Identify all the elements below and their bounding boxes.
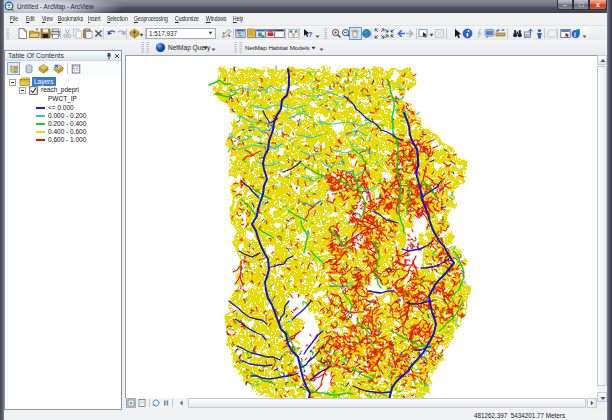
svg-text:?: ? [308, 30, 313, 39]
svg-text:i: i [574, 31, 576, 38]
svg-text:XY: XY [525, 33, 531, 38]
